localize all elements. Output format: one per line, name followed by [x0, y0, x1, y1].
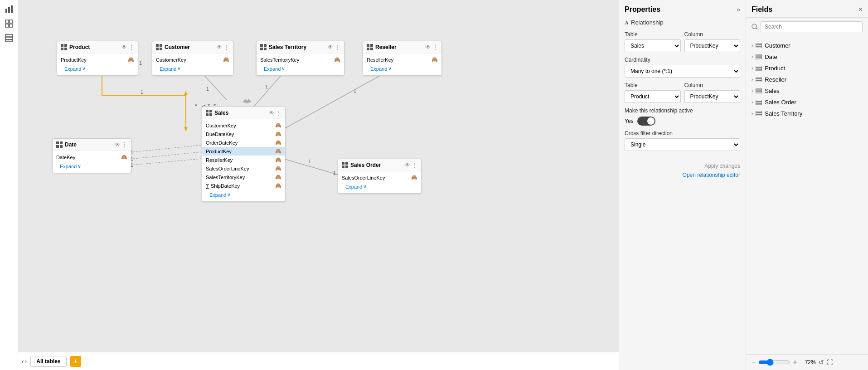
field-item-reseller[interactable]: › Reseller: [746, 74, 868, 85]
svg-text:*: *: [195, 102, 197, 109]
field-item-salesterritory[interactable]: › Sales Territory: [746, 108, 868, 119]
column-select-1[interactable]: ProductKey CustomerKey DueDateKey OrderD…: [684, 39, 741, 52]
reseller-field-resellerkey[interactable]: ResellerKey 🙈: [367, 55, 438, 64]
date-expand[interactable]: Expand ∨: [56, 161, 127, 171]
date-more-icon[interactable]: ⋮: [122, 141, 127, 148]
sales-expand[interactable]: Expand ∨: [206, 190, 281, 200]
layers-icon[interactable]: [4, 33, 15, 44]
product-eye-icon[interactable]: 👁: [121, 44, 127, 50]
customer-expand[interactable]: Expand ∨: [156, 64, 229, 73]
salesterritory-field[interactable]: SalesTerritoryKey 🙈: [260, 55, 340, 64]
svg-rect-75: [756, 66, 762, 67]
sales-more-icon[interactable]: ⋮: [276, 110, 281, 116]
properties-collapse-btn[interactable]: »: [737, 6, 740, 13]
active-toggle[interactable]: [637, 117, 655, 126]
fields-close-btn[interactable]: ×: [858, 5, 863, 14]
table-customer-title: Customer: [165, 44, 190, 50]
product-expand[interactable]: Expand ∨: [61, 64, 134, 73]
reseller-more-icon[interactable]: ⋮: [432, 44, 438, 50]
properties-panel: Properties » ∧ Relationship Table Sales …: [619, 0, 746, 370]
date-field-datekey[interactable]: DateKey 🙈: [56, 153, 127, 161]
sales-field-duedatekey[interactable]: DueDateKey 🙈: [206, 130, 281, 138]
table-salesterritory-header[interactable]: Sales Territory 👁 ⋮: [257, 41, 344, 54]
sales-field-resellerkey[interactable]: ResellerKey 🙈: [206, 156, 281, 164]
open-editor-link[interactable]: Open relationship editor: [683, 172, 740, 178]
customer-field-customerkey[interactable]: CustomerKey 🙈: [156, 55, 229, 64]
field-label-salesterritory: Sales Territory: [765, 110, 802, 117]
table-customer-header[interactable]: Customer 👁 ⋮: [152, 41, 233, 54]
sidebar: [0, 0, 18, 370]
canvas[interactable]: 1 1 1 1 * * * 1 1 1 1: [18, 0, 619, 352]
bar-chart-icon[interactable]: [4, 4, 15, 15]
cardinality-select[interactable]: Many to one (*:1) One to many (1:*) One …: [625, 65, 740, 78]
add-tab-button[interactable]: +: [70, 356, 81, 367]
table-product-title: Product: [69, 44, 90, 50]
reseller-eye-icon[interactable]: 👁: [425, 44, 431, 50]
table-reseller-title: Reseller: [375, 44, 397, 50]
tab-next-btn[interactable]: ›: [25, 358, 27, 365]
table-sales-header[interactable]: Sales 👁 ⋮: [202, 107, 285, 119]
table-select-1[interactable]: Sales Customer Product Reseller Date Sal…: [625, 39, 681, 52]
field-item-date[interactable]: › Date: [746, 51, 868, 63]
sales-field-orderdatekey[interactable]: OrderDateKey 🙈: [206, 138, 281, 147]
sales-eye-icon[interactable]: 👁: [269, 110, 274, 116]
svg-rect-59: [56, 141, 59, 144]
field-item-product[interactable]: › Product: [746, 63, 868, 74]
svg-rect-66: [345, 166, 348, 168]
reseller-expand[interactable]: Expand ∨: [367, 64, 438, 73]
table-reseller-header[interactable]: Reseller 👁 ⋮: [363, 41, 441, 54]
salesorder-expand[interactable]: Expand ∨: [342, 182, 417, 191]
svg-rect-63: [342, 162, 344, 165]
table-select-2[interactable]: Product Sales Customer Reseller Date Sal…: [625, 90, 681, 103]
product-more-icon[interactable]: ⋮: [129, 44, 134, 50]
customer-eye-icon[interactable]: 👁: [217, 44, 222, 50]
date-cardinality-2: 1: [131, 156, 133, 161]
grid-icon[interactable]: [4, 18, 15, 29]
table-product-header[interactable]: Product 👁 ⋮: [57, 41, 138, 54]
svg-rect-3: [5, 20, 9, 23]
column-select-2[interactable]: ProductKey: [684, 90, 741, 103]
zoom-plus-btn[interactable]: +: [793, 358, 797, 366]
svg-rect-44: [160, 44, 162, 47]
salesterritory-eye-icon[interactable]: 👁: [328, 44, 333, 50]
field-item-salesorder[interactable]: › Sales Order: [746, 97, 868, 108]
section-collapse-icon[interactable]: ∧: [625, 19, 629, 26]
salesorder-field-salesorderlinekey[interactable]: SalesOrderLineKey 🙈: [342, 173, 417, 182]
field-item-sales[interactable]: › Sales: [746, 85, 868, 97]
zoom-minus-btn[interactable]: −: [752, 358, 756, 366]
sales-field-shipdatekey[interactable]: ∑ ShipDateKey 🙈: [206, 181, 281, 190]
table-salesorder-header[interactable]: Sales Order 👁 ⋮: [338, 159, 421, 171]
fields-search-input[interactable]: [761, 21, 863, 32]
svg-text:1: 1: [265, 84, 268, 89]
tab-prev-btn[interactable]: ‹: [22, 358, 24, 365]
date-eye-icon[interactable]: 👁: [115, 141, 120, 148]
svg-rect-86: [756, 103, 762, 105]
sales-field-customerkey[interactable]: CustomerKey 🙈: [206, 121, 281, 130]
table-date-header[interactable]: Date 👁 ⋮: [53, 139, 131, 151]
svg-rect-40: [64, 44, 67, 47]
tab-nav-arrows: ‹ ›: [22, 358, 27, 365]
apply-changes-link[interactable]: Apply changes: [704, 163, 740, 169]
cross-filter-select[interactable]: Single Both: [625, 138, 740, 151]
field-label-date: Date: [765, 54, 777, 60]
svg-marker-38: [246, 99, 252, 103]
customer-more-icon[interactable]: ⋮: [224, 44, 229, 50]
reset-zoom-btn[interactable]: ↺: [819, 359, 824, 366]
sales-field-productkey[interactable]: ProductKey 🙈: [202, 147, 285, 156]
table-column-row-2: Table Product Sales Customer Reseller Da…: [625, 82, 740, 103]
salesorder-more-icon[interactable]: ⋮: [412, 162, 417, 168]
fit-icon-btn[interactable]: ⛶: [827, 359, 833, 366]
svg-rect-62: [60, 145, 63, 148]
salesorder-eye-icon[interactable]: 👁: [405, 162, 410, 168]
zoom-slider[interactable]: [758, 359, 790, 366]
salesorder-table-icon: [756, 100, 762, 105]
all-tables-tab[interactable]: All tables: [30, 356, 66, 367]
salesterritory-more-icon[interactable]: ⋮: [335, 44, 340, 50]
field-item-customer[interactable]: › Customer: [746, 40, 868, 51]
table-sales-title: Sales: [214, 110, 228, 116]
sales-field-salesterritorykey[interactable]: SalesTerritoryKey 🙈: [206, 173, 281, 181]
product-cardinality-label: 1: [139, 60, 142, 66]
salesterritory-expand[interactable]: Expand ∨: [260, 64, 340, 73]
product-field-productkey[interactable]: ProductKey 🙈: [61, 55, 134, 64]
sales-field-salesorderlinekey[interactable]: SalesOrderLineKey 🙈: [206, 164, 281, 173]
